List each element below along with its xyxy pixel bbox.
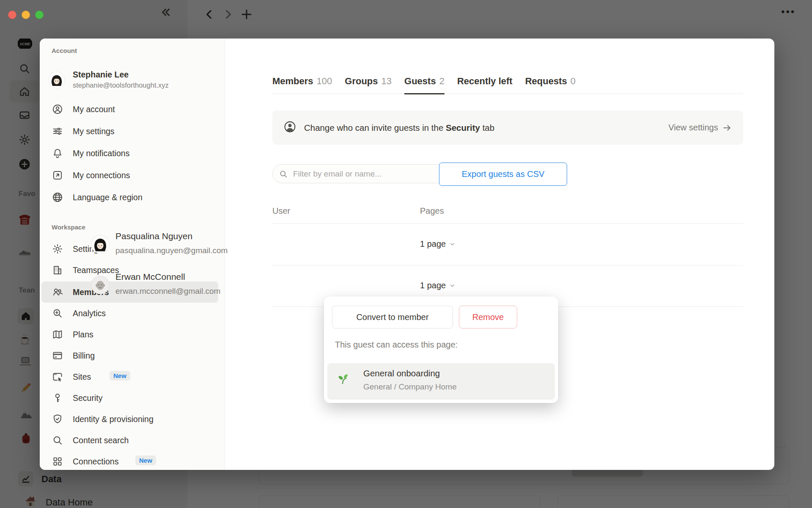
credit-card-icon bbox=[52, 350, 63, 362]
sidebar-item-content-search[interactable]: Content search bbox=[40, 430, 225, 451]
tab-recently-left[interactable]: Recently left bbox=[457, 76, 513, 94]
members-people-icon bbox=[52, 286, 63, 298]
sidebar-item-my-connections[interactable]: My connections bbox=[40, 165, 225, 186]
map-icon bbox=[52, 329, 63, 340]
tab-requests[interactable]: Requests0 bbox=[525, 76, 576, 94]
avatar bbox=[91, 276, 110, 294]
globe-icon bbox=[52, 191, 63, 203]
magnifier-icon bbox=[52, 434, 63, 446]
guest-email: erwan.mcconnell@gmail.com bbox=[115, 287, 220, 296]
shield-check-icon bbox=[52, 413, 63, 425]
invite-guests-banner: Change who can invite guests in the Secu… bbox=[272, 110, 743, 145]
guest-name: Erwan McConnell bbox=[115, 272, 185, 282]
settings-modal: Account Stephanie Lee stephanie@toolsfor… bbox=[40, 39, 774, 470]
sidebar-item-billing[interactable]: Billing bbox=[40, 345, 225, 366]
tab-guests[interactable]: Guests2 bbox=[404, 76, 444, 94]
person-circle-icon bbox=[283, 120, 296, 135]
sidebar-item-plans[interactable]: Plans bbox=[40, 324, 225, 345]
sidebar-item-connections[interactable]: Connections New bbox=[40, 451, 225, 470]
sidebar-item-my-notifications[interactable]: My notifications bbox=[40, 143, 225, 164]
view-settings-link[interactable]: View settings bbox=[669, 123, 732, 133]
members-tabs: Members100 Groups13 Guests2 Recently lef… bbox=[272, 68, 743, 94]
new-badge: New bbox=[135, 456, 156, 465]
zoom-window-button[interactable] bbox=[35, 11, 44, 19]
arrow-up-right-square-icon bbox=[52, 169, 63, 181]
minimize-window-button[interactable] bbox=[22, 11, 30, 19]
column-header-pages: Pages bbox=[420, 206, 444, 216]
sidebar-item-my-account[interactable]: My account bbox=[40, 99, 225, 120]
access-page-path: General / Company Home bbox=[363, 382, 457, 392]
search-icon bbox=[279, 169, 288, 179]
key-icon bbox=[52, 392, 63, 404]
avatar bbox=[48, 72, 65, 88]
export-guests-csv-button[interactable]: Export guests as CSV bbox=[439, 163, 567, 186]
close-window-button[interactable] bbox=[8, 11, 16, 19]
pages-dropdown[interactable]: 1 page bbox=[420, 239, 455, 249]
sidebar-item-analytics[interactable]: Analytics bbox=[40, 303, 225, 324]
chevron-down-icon bbox=[449, 282, 455, 289]
sidebar-item-my-settings[interactable]: My settings bbox=[40, 121, 225, 142]
remove-guest-button[interactable]: Remove bbox=[459, 306, 517, 329]
arrow-right-icon bbox=[722, 123, 732, 133]
sidebar-item-sites[interactable]: Sites New bbox=[40, 366, 225, 387]
guest-name: Pasqualina Nguyen bbox=[115, 231, 192, 241]
guest-actions-popup: Convert to member Remove This guest can … bbox=[324, 296, 558, 403]
building-icon bbox=[52, 264, 63, 276]
avatar bbox=[91, 235, 110, 254]
new-badge: New bbox=[110, 371, 130, 381]
table-divider bbox=[272, 223, 743, 224]
tab-members[interactable]: Members100 bbox=[272, 76, 332, 94]
browser-cursor-icon bbox=[52, 371, 63, 383]
pages-dropdown[interactable]: 1 page bbox=[420, 281, 455, 290]
guest-email: pasqualina.nguyen@gmail.com bbox=[115, 246, 228, 255]
sidebar-item-language-region[interactable]: Language & region bbox=[40, 187, 225, 208]
chevron-down-icon bbox=[449, 241, 455, 247]
convert-to-member-button[interactable]: Convert to member bbox=[332, 306, 453, 329]
screen: ACME Favo bbox=[0, 0, 812, 508]
column-header-user: User bbox=[272, 206, 290, 216]
banner-text: Change who can invite guests in the Secu… bbox=[304, 123, 494, 133]
account-user-name: Stephanie Lee bbox=[73, 70, 129, 80]
popup-caption: This guest can access this page: bbox=[335, 340, 458, 350]
account-user-email: stephanie@toolsforthought.xyz bbox=[73, 81, 169, 89]
sidebar-item-security[interactable]: Security bbox=[40, 387, 225, 409]
access-page-title: General onboarding bbox=[363, 368, 440, 378]
grid-icon bbox=[52, 456, 63, 467]
bell-icon bbox=[52, 147, 63, 159]
seedling-icon bbox=[337, 373, 349, 387]
tab-groups[interactable]: Groups13 bbox=[345, 76, 392, 94]
workspace-section-heading: Workspace bbox=[52, 224, 85, 231]
account-section-heading: Account bbox=[52, 47, 77, 54]
sliders-icon bbox=[52, 125, 63, 137]
gear-icon bbox=[52, 243, 63, 255]
magnifier-plus-icon bbox=[52, 307, 63, 319]
filter-input[interactable] bbox=[292, 169, 463, 179]
sidebar-item-identity-provisioning[interactable]: Identity & provisioning bbox=[40, 409, 225, 430]
person-circle-icon bbox=[52, 103, 63, 115]
row-divider bbox=[272, 265, 743, 265]
accessible-page-item[interactable]: General onboarding General / Company Hom… bbox=[327, 363, 555, 400]
